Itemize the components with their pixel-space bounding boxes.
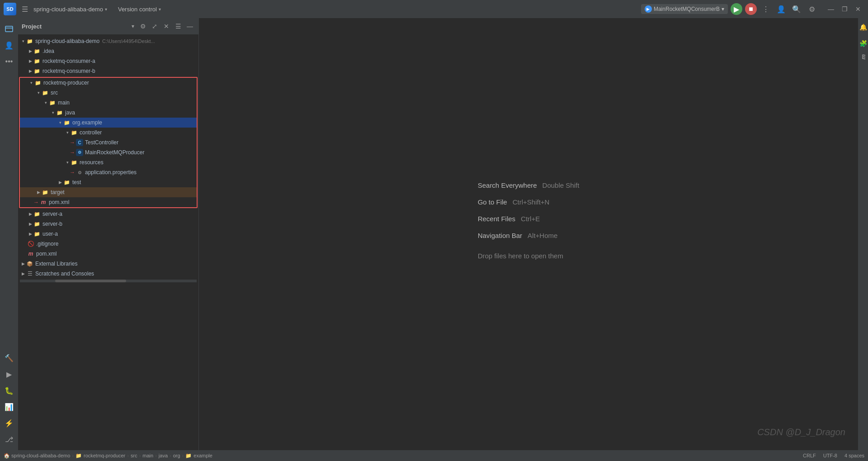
- tree-item-server-a[interactable]: ▶ 📁 server-a: [18, 209, 198, 219]
- folder-icon-java: 📁: [56, 109, 63, 116]
- hint-goto-file-label: Go to File: [478, 198, 507, 206]
- tree-arrow-target: ▶: [35, 189, 42, 195]
- folder-icon-root: 📁: [26, 38, 33, 45]
- tree-item-gitignore[interactable]: 🚫 .gitignore: [18, 239, 198, 249]
- folder-icon-test: 📁: [63, 179, 71, 186]
- panel-close-icon[interactable]: ✕: [161, 21, 171, 31]
- tree-item-root[interactable]: ▾ 📁 spring-cloud-alibaba-demo C:\Users\4…: [18, 36, 198, 46]
- tree-item-controller[interactable]: ▾ 📁 controller: [20, 128, 197, 138]
- arrow-indicator-app-properties: →: [70, 169, 75, 176]
- sidebar-item-debug[interactable]: 🐛: [2, 383, 16, 398]
- tree-arrow-root: ▾: [20, 38, 26, 44]
- tree-arrow-server-b: ▶: [27, 221, 33, 227]
- window-controls: — ❐ ✕: [825, 3, 864, 15]
- tree-item-app-properties[interactable]: → ⚙ application.properties: [20, 167, 197, 177]
- folder-icon-org-example: 📁: [63, 119, 71, 126]
- tree-item-org-example[interactable]: ▾ 📁 org.example: [20, 118, 197, 128]
- version-control-chevron-icon: ▾: [159, 7, 161, 12]
- properties-icon: ⚙: [76, 169, 83, 176]
- tree-item-main-rocketmq-producer[interactable]: → ⚙ MainRocketMQProducer: [20, 147, 197, 157]
- status-breadcrumb: 🏠 spring-cloud-alibaba-demo › 📁 rocketmq…: [4, 453, 212, 459]
- tree-item-main[interactable]: ▾ 📁 main: [20, 98, 197, 108]
- folder-icon-main: 📁: [49, 99, 56, 106]
- profile-button[interactable]: 👤: [775, 3, 788, 15]
- tree-label-root-pom: pom.xml: [36, 251, 57, 257]
- hint-nav-bar-shortcut: Alt+Home: [528, 232, 557, 239]
- tree-item-scratches[interactable]: ▶ ☰ Scratches and Consoles: [18, 269, 198, 279]
- class-icon-test-controller: C: [76, 139, 83, 146]
- status-crlf[interactable]: CRLF: [803, 453, 816, 458]
- tree-item-java[interactable]: ▾ 📁 java: [20, 108, 197, 118]
- sidebar-item-git[interactable]: ⎇: [2, 432, 16, 447]
- search-button[interactable]: 🔍: [790, 3, 803, 15]
- folder-icon-resources: 📁: [71, 159, 78, 166]
- file-tree: ▾ 📁 spring-cloud-alibaba-demo C:\Users\4…: [18, 34, 198, 450]
- more-options-button[interactable]: ⋮: [760, 3, 772, 15]
- tree-scrollbar-thumb[interactable]: [55, 280, 126, 282]
- status-breadcrumb-main: main: [142, 453, 153, 458]
- tree-item-test-controller[interactable]: → C TestController: [20, 138, 197, 147]
- status-encoding[interactable]: UTF-8: [823, 453, 837, 458]
- run-config-name: MainRocketMQConsumerB: [654, 6, 720, 12]
- tree-arrow-external-libraries: ▶: [20, 261, 26, 267]
- tree-horizontal-scrollbar[interactable]: [20, 280, 197, 282]
- tree-label-root-path: C:\Users\44954\Deskt...: [102, 38, 155, 44]
- tree-item-pom[interactable]: → m pom.xml: [20, 197, 197, 207]
- sidebar-item-bookmarks[interactable]: 👤: [2, 38, 16, 52]
- status-breadcrumb-java: java: [159, 453, 168, 458]
- hamburger-icon[interactable]: ☰: [20, 3, 30, 15]
- folder-icon-producer: 📁: [34, 79, 42, 86]
- run-config-selector[interactable]: ▶ MainRocketMQConsumerB ▾: [641, 4, 728, 14]
- sidebar-item-project[interactable]: [2, 22, 16, 36]
- tree-item-idea[interactable]: ▶ 📁 .idea: [18, 46, 198, 56]
- tree-item-producer[interactable]: ▾ 📁 rocketmq-producer: [20, 78, 197, 88]
- root-pom-icon: m: [27, 250, 34, 257]
- tree-arrow-resources: ▾: [64, 159, 71, 166]
- title-bar-left: SD ☰ spring-cloud-alibaba-demo ▾ Version…: [4, 3, 161, 15]
- close-button[interactable]: ✕: [852, 3, 864, 15]
- title-bar-right: ▶ MainRocketMQConsumerB ▾ ▶ ■ ⋮ 👤 🔍 ⚙ — …: [641, 3, 864, 15]
- tree-item-consumer-a[interactable]: ▶ 📁 rocketmq-consumer-a: [18, 56, 198, 66]
- sidebar-item-more[interactable]: •••: [2, 54, 16, 69]
- tree-item-server-b[interactable]: ▶ 📁 server-b: [18, 219, 198, 229]
- hint-row-nav-bar: Navigation Bar Alt+Home: [478, 232, 580, 239]
- minimize-button[interactable]: —: [825, 3, 837, 15]
- maximize-button[interactable]: ❐: [838, 3, 851, 15]
- sidebar-item-build[interactable]: 🔨: [2, 351, 16, 365]
- tree-item-test[interactable]: ▶ 📁 test: [20, 177, 197, 187]
- tree-item-resources[interactable]: ▾ 📁 resources: [20, 157, 197, 167]
- hint-nav-bar-label: Navigation Bar: [478, 232, 522, 239]
- panel-minimize-icon[interactable]: —: [185, 21, 195, 31]
- panel-expand-icon[interactable]: ⤢: [150, 21, 160, 31]
- status-sep-6: ›: [182, 453, 184, 458]
- project-name-label[interactable]: spring-cloud-alibaba-demo ▾: [33, 6, 107, 13]
- tree-item-external-libraries[interactable]: ▶ 📦 External Libraries: [18, 259, 198, 269]
- tree-label-main-producer: MainRocketMQProducer: [85, 149, 144, 156]
- version-control-label[interactable]: Version control ▾: [118, 6, 161, 13]
- tree-item-src[interactable]: ▾ 📁 src: [20, 88, 197, 98]
- panel-caret-icon: ▾: [132, 23, 134, 29]
- tree-arrow-org-example: ▾: [57, 119, 63, 126]
- run-button[interactable]: ▶: [731, 3, 742, 15]
- tree-label-app-properties: application.properties: [85, 169, 137, 176]
- settings-button[interactable]: ⚙: [806, 3, 818, 15]
- sidebar-item-profiler[interactable]: ⚡: [2, 416, 16, 430]
- arrow-indicator-main-producer: →: [70, 149, 75, 156]
- panel-gear-icon[interactable]: ⚙: [138, 21, 148, 31]
- tree-label-root: spring-cloud-alibaba-demo: [35, 38, 99, 44]
- tree-label-main: main: [58, 100, 70, 106]
- tree-arrow-controller: ▾: [64, 129, 71, 136]
- folder-icon-external-libraries: 📦: [26, 260, 33, 267]
- tree-item-user-a[interactable]: ▶ 📁 user-a: [18, 229, 198, 239]
- tree-item-root-pom[interactable]: m pom.xml: [18, 249, 198, 259]
- status-sep-2: ›: [127, 453, 129, 458]
- tree-item-consumer-b[interactable]: ▶ 📁 rocketmq-consumer-b: [18, 66, 198, 76]
- panel-settings-icon[interactable]: ☰: [173, 21, 183, 31]
- status-indent[interactable]: 4 spaces: [844, 453, 864, 458]
- tree-item-target[interactable]: ▶ 📁 target: [20, 187, 197, 197]
- tree-label-server-b: server-b: [42, 221, 62, 227]
- sidebar-item-coverage[interactable]: 📊: [2, 399, 16, 414]
- sidebar-item-run[interactable]: ▶: [2, 367, 16, 381]
- stop-button[interactable]: ■: [745, 3, 757, 15]
- arrow-indicator-test-controller: →: [70, 139, 75, 146]
